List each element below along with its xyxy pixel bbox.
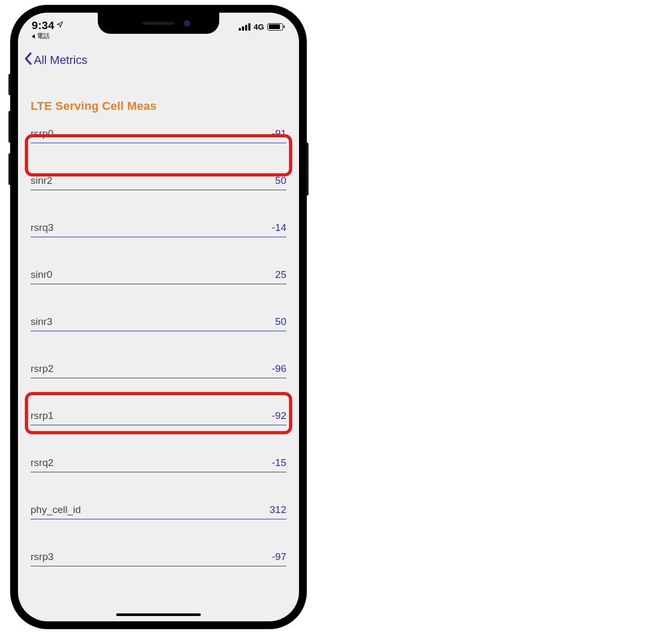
metric-row-phy-cell-id[interactable]: phy_cell_id 312 xyxy=(31,500,286,519)
metric-value: 312 xyxy=(269,504,286,516)
metric-label: rsrq2 xyxy=(31,457,53,469)
status-left: 9:34 電話 xyxy=(32,19,63,41)
home-indicator[interactable] xyxy=(116,613,201,616)
content: LTE Serving Cell Meas rsrp0 -91 sinr2 50… xyxy=(18,78,299,566)
metric-label: sinr2 xyxy=(31,175,52,187)
metric-value: -91 xyxy=(272,128,286,139)
metric-label: sinr3 xyxy=(31,316,52,328)
metric-row-rsrq2[interactable]: rsrq2 -15 xyxy=(31,453,286,472)
metric-value: -15 xyxy=(272,457,286,469)
caret-left-icon xyxy=(32,34,35,39)
metric-label: rsrp1 xyxy=(31,410,53,422)
side-button-mute xyxy=(8,74,11,95)
status-time: 9:34 xyxy=(32,19,63,32)
section-title: LTE Serving Cell Meas xyxy=(31,99,286,113)
metric-value: -97 xyxy=(272,551,286,563)
phone-frame: 9:34 電話 4G xyxy=(11,5,306,629)
metric-label: phy_cell_id xyxy=(31,504,81,516)
metric-row-sinr0[interactable]: sinr0 25 xyxy=(31,265,286,284)
back-button-label: All Metrics xyxy=(34,53,87,67)
metric-value: 50 xyxy=(275,175,286,187)
battery-fill xyxy=(269,24,280,29)
status-right: 4G xyxy=(239,19,283,31)
metric-row-rsrq3[interactable]: rsrq3 -14 xyxy=(31,218,286,237)
screen: 9:34 電話 4G xyxy=(18,13,299,621)
nav-bar: All Metrics xyxy=(18,44,299,78)
metric-label: sinr0 xyxy=(31,269,52,281)
metric-value: -96 xyxy=(272,363,286,375)
metric-row-rsrp0[interactable]: rsrp0 -91 xyxy=(31,124,286,143)
metric-row-sinr3[interactable]: sinr3 50 xyxy=(31,312,286,331)
back-button[interactable]: All Metrics xyxy=(24,52,87,69)
network-label: 4G xyxy=(254,22,264,31)
metric-row-rsrp3[interactable]: rsrp3 -97 xyxy=(31,547,286,566)
metric-label: rsrq3 xyxy=(31,222,53,234)
metric-row-sinr2[interactable]: sinr2 50 xyxy=(31,171,286,190)
metric-value: 25 xyxy=(275,269,286,281)
battery-icon xyxy=(267,23,283,31)
metric-label: rsrp2 xyxy=(31,363,53,375)
front-camera xyxy=(184,20,190,26)
time-label: 9:34 xyxy=(32,19,54,32)
location-icon xyxy=(57,21,63,30)
metric-value: -14 xyxy=(272,222,286,234)
side-button-volume xyxy=(8,153,11,185)
metric-row-rsrp1[interactable]: rsrp1 -92 xyxy=(31,406,286,425)
metric-label: rsrp0 xyxy=(31,128,53,139)
chevron-left-icon xyxy=(24,52,33,69)
metric-value: 50 xyxy=(275,316,286,328)
notch xyxy=(98,13,219,34)
back-to-app[interactable]: 電話 xyxy=(32,32,63,41)
metric-value: -92 xyxy=(272,410,286,422)
speaker xyxy=(143,22,174,25)
metric-label: rsrp3 xyxy=(31,551,53,563)
cellular-signal-icon xyxy=(239,23,250,31)
metric-row-rsrp2[interactable]: rsrp2 -96 xyxy=(31,359,286,378)
back-to-app-label: 電話 xyxy=(37,32,50,41)
